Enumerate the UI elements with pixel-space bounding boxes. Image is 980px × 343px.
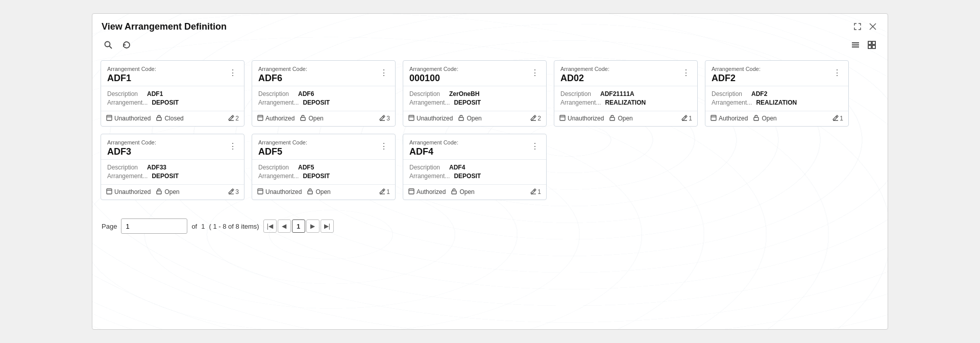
card-arrangement-field: Arrangement... DEPOSIT (107, 173, 238, 180)
status-icon (257, 115, 263, 122)
lock-icon (458, 114, 464, 122)
window-controls (852, 21, 878, 32)
card-body: Description ADF4 Arrangement... DEPOSIT (403, 160, 546, 185)
page-input[interactable] (121, 218, 187, 234)
arrangement-code-label: Arrangement Code: (107, 139, 156, 145)
svg-rect-41 (452, 191, 456, 194)
svg-rect-13 (157, 117, 161, 120)
status-text: Unauthorized (114, 115, 151, 122)
lock-text: Closed (164, 115, 183, 122)
arrangement-code-label: Arrangement Code: (409, 66, 458, 72)
card-arrangement-field: Arrangement... DEPOSIT (409, 173, 540, 180)
svg-rect-11 (107, 115, 112, 120)
status-icon (408, 115, 414, 122)
arrangement-type-label: Arrangement... (409, 173, 450, 180)
status-text: Authorized (719, 115, 748, 122)
status-icon (106, 188, 112, 196)
card-arrangement-field: Arrangement... DEPOSIT (107, 99, 238, 106)
edit-badge: 1 (379, 188, 390, 196)
lock-text: Open (164, 188, 179, 195)
arrangement-code-label: Arrangement Code: (712, 66, 761, 72)
arrangement-card[interactable]: Arrangement Code: ADF3 ⋮ Description ADF… (101, 134, 244, 200)
card-menu-button[interactable]: ⋮ (831, 67, 843, 79)
arrangement-card[interactable]: Arrangement Code: AD02 ⋮ Description ADF… (554, 60, 698, 127)
page-title: View Arrangement Definition (102, 21, 227, 32)
card-menu-button[interactable]: ⋮ (227, 140, 239, 152)
edit-badge: 1 (530, 188, 541, 196)
card-menu-button[interactable]: ⋮ (227, 67, 239, 79)
edit-icon (530, 188, 536, 196)
card-description-field: Description ADF1 (107, 90, 238, 97)
arrangement-code-value: ADF2 (712, 73, 761, 84)
card-arrangement-field: Arrangement... DEPOSIT (409, 99, 540, 106)
description-value: ADF1 (147, 90, 163, 97)
card-description-field: Description ADF21111A (560, 90, 691, 97)
card-menu-button[interactable]: ⋮ (378, 67, 390, 79)
edit-count: 2 (235, 115, 239, 122)
edit-icon (832, 114, 839, 122)
card-menu-button[interactable]: ⋮ (378, 140, 390, 152)
last-page-button[interactable]: ▶| (321, 219, 334, 233)
toolbar (92, 37, 888, 58)
arrangement-card[interactable]: Arrangement Code: ADF5 ⋮ Description ADF… (252, 134, 396, 200)
edit-icon (379, 114, 385, 122)
next-page-button[interactable]: ▶ (306, 219, 320, 233)
arrangement-card[interactable]: Arrangement Code: ADF4 ⋮ Description ADF… (403, 134, 547, 200)
card-arrangement-field: Arrangement... DEPOSIT (258, 99, 389, 106)
lock-item: Open (300, 114, 323, 122)
description-value: ADF21111A (600, 90, 634, 97)
arrangement-type-value: REALIZATION (605, 99, 646, 106)
toolbar-right (849, 39, 878, 53)
description-value: ADF2 (751, 90, 767, 97)
card-footer: Authorized Open 1 (403, 185, 546, 199)
edit-count: 3 (386, 115, 390, 122)
svg-rect-39 (409, 189, 414, 194)
card-body: Description ADF1 Arrangement... DEPOSIT (101, 86, 244, 111)
arrangement-type-value: DEPOSIT (454, 173, 481, 180)
prev-page-button[interactable]: ◀ (278, 219, 291, 233)
status-item: Authorized (408, 188, 446, 196)
close-button[interactable] (867, 21, 878, 32)
status-icon (408, 188, 414, 196)
refresh-button[interactable] (120, 39, 133, 53)
arrangement-code-value: ADF1 (107, 73, 156, 84)
lock-item: Open (753, 114, 776, 122)
arrangement-card[interactable]: Arrangement Code: ADF2 ⋮ Description ADF… (705, 60, 849, 127)
grid-view-button[interactable] (865, 39, 878, 53)
arrangement-code-label: Arrangement Code: (107, 66, 156, 72)
card-menu-button[interactable]: ⋮ (529, 67, 541, 79)
status-item: Unauthorized (106, 115, 151, 122)
edit-count: 1 (386, 188, 390, 195)
lock-icon (300, 114, 306, 122)
edit-count: 1 (689, 115, 692, 122)
card-menu-button[interactable]: ⋮ (680, 67, 692, 79)
lock-item: Open (609, 114, 632, 122)
svg-rect-15 (258, 115, 263, 120)
list-view-button[interactable] (849, 39, 862, 53)
first-page-button[interactable]: |◀ (263, 219, 277, 233)
items-info: ( 1 - 8 of 8 items) (209, 223, 259, 230)
arrangement-code-value: AD02 (560, 73, 609, 84)
arrangement-code-value: ADF5 (258, 146, 307, 157)
arrangement-code-label: Arrangement Code: (560, 66, 609, 72)
arrangement-card[interactable]: Arrangement Code: 000100 ⋮ Description Z… (403, 60, 547, 127)
arrangement-card[interactable]: Arrangement Code: ADF1 ⋮ Description ADF… (101, 60, 244, 127)
lock-text: Open (762, 115, 776, 122)
search-button[interactable] (102, 39, 115, 53)
card-header: Arrangement Code: AD02 ⋮ (554, 61, 697, 86)
status-icon (106, 115, 112, 122)
card-description-field: Description ZerOneBH (409, 90, 540, 97)
status-item: Authorized (710, 115, 748, 122)
card-menu-button[interactable]: ⋮ (529, 140, 541, 152)
arrangement-type-value: DEPOSIT (454, 99, 481, 106)
arrangement-card[interactable]: Arrangement Code: ADF6 ⋮ Description ADF… (252, 60, 396, 127)
lock-text: Open (618, 115, 632, 122)
expand-button[interactable] (852, 21, 863, 32)
card-arrangement-field: Arrangement... REALIZATION (560, 99, 691, 106)
edit-icon (228, 188, 234, 196)
arrangement-code-value: ADF3 (107, 146, 156, 157)
edit-count: 1 (537, 188, 541, 195)
cards-row-1: Arrangement Code: ADF1 ⋮ Description ADF… (101, 60, 879, 127)
arrangement-type-value: DEPOSIT (152, 173, 179, 180)
description-label: Description (560, 90, 596, 97)
